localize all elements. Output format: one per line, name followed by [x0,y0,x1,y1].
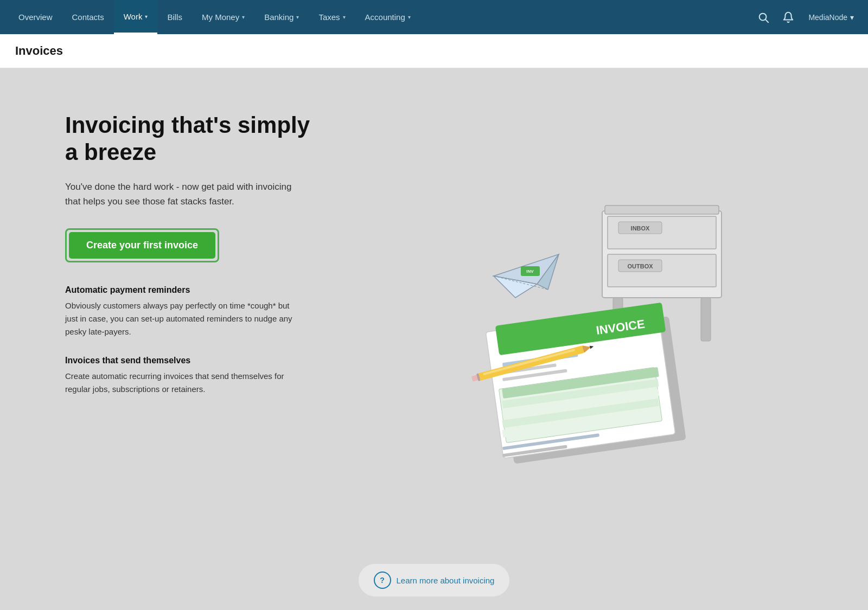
nav-work-label: Work [124,12,143,21]
nav-my-money-label: My Money [202,12,239,22]
feature-payment-reminders-desc: Obviously customers always pay perfectly… [65,299,293,338]
nav-overview[interactable]: Overview [9,0,62,34]
svg-text:INBOX: INBOX [631,225,650,232]
left-panel: Invoicing that's simply a breeze You've … [65,112,347,516]
svg-text:INV: INV [526,269,534,274]
nav-banking[interactable]: Banking ▾ [254,0,309,34]
main-content: Invoicing that's simply a breeze You've … [0,68,868,610]
user-chevron: ▾ [850,13,854,22]
nav-taxes-chevron: ▾ [343,14,346,20]
help-icon: ? [374,572,391,589]
learn-more-link[interactable]: ? Learn more about invoicing [359,564,510,596]
content-body: Invoicing that's simply a breeze You've … [0,68,868,549]
bell-icon [782,11,794,23]
nav-contacts[interactable]: Contacts [62,0,114,34]
page-title: Invoices [15,44,853,58]
nav-my-money-chevron: ▾ [242,14,245,20]
nav-bills-label: Bills [167,12,182,22]
page-header: Invoices [0,34,868,68]
nav-work-chevron: ▾ [145,14,148,20]
nav-accounting[interactable]: Accounting ▾ [355,0,420,34]
nav-right: MediaNode ▾ [753,7,859,28]
bottom-bar: ? Learn more about invoicing [0,549,868,610]
svg-rect-11 [605,206,719,214]
search-button[interactable] [753,7,774,28]
feature-send-themselves-title: Invoices that send themselves [65,356,326,365]
svg-rect-10 [701,298,711,341]
nav-work[interactable]: Work ▾ [114,0,158,34]
right-panel: INBOX OUTBOX [347,112,803,516]
feature-payment-reminders-title: Automatic payment reminders [65,285,326,295]
invoicing-illustration: INBOX OUTBOX [385,157,765,471]
create-invoice-button[interactable]: Create your first invoice [69,232,215,259]
svg-line-1 [766,20,769,22]
nav-overview-label: Overview [18,12,53,22]
feature-payment-reminders: Automatic payment reminders Obviously cu… [65,285,326,338]
nav-contacts-label: Contacts [72,12,104,22]
feature-send-themselves: Invoices that send themselves Create aut… [65,356,326,396]
nav-items: Overview Contacts Work ▾ Bills My Money … [9,0,753,34]
nav-banking-chevron: ▾ [296,14,299,20]
cta-wrapper: Create your first invoice [65,228,219,262]
nav-accounting-label: Accounting [365,12,405,22]
nav-taxes[interactable]: Taxes ▾ [309,0,355,34]
learn-more-text: Learn more about invoicing [397,576,495,585]
svg-text:OUTBOX: OUTBOX [627,263,653,269]
illustration: INBOX OUTBOX [385,157,765,471]
nav-bills[interactable]: Bills [157,0,192,34]
hero-title: Invoicing that's simply a breeze [65,112,326,166]
nav-banking-label: Banking [264,12,293,22]
nav-my-money[interactable]: My Money ▾ [192,0,254,34]
hero-subtitle: You've done the hard work - now get paid… [65,179,293,209]
user-label: MediaNode [808,13,847,22]
feature-send-themselves-desc: Create automatic recurring invoices that… [65,370,293,396]
navbar: Overview Contacts Work ▾ Bills My Money … [0,0,868,34]
nav-accounting-chevron: ▾ [408,14,411,20]
nav-taxes-label: Taxes [318,12,340,22]
user-menu[interactable]: MediaNode ▾ [803,7,859,28]
notifications-button[interactable] [778,7,799,28]
search-icon [757,11,769,23]
